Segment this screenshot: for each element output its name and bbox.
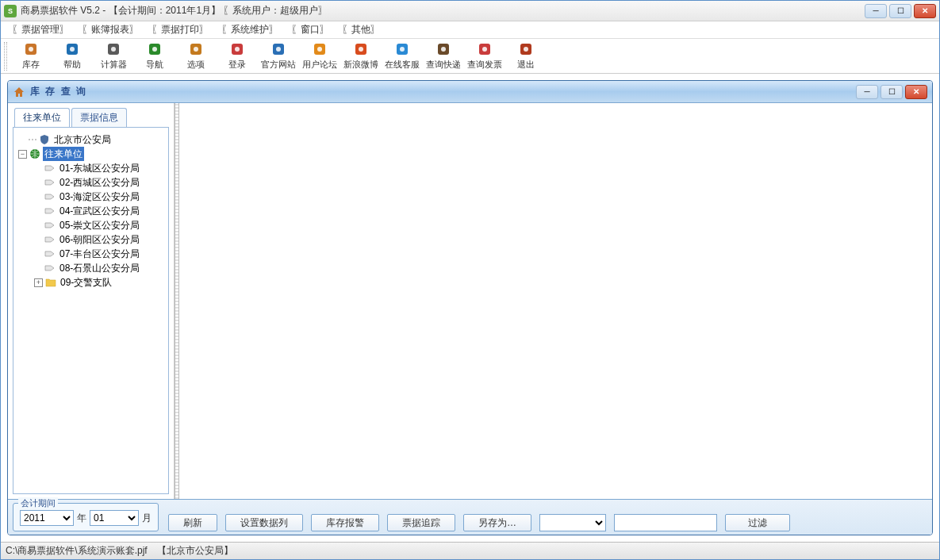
status-bar: C:\商易票据软件\系统演示账套.pjf 【北京市公安局】 [1,542,939,559]
tree-folder[interactable]: + 09-交警支队 [15,275,167,290]
toolbar: 库存帮助计算器导航选项登录官方网站用户论坛新浪微博在线客服查询快递查询发票退出 [1,39,939,74]
menu-bill-print[interactable]: 〖票据打印〗 [145,21,215,38]
tab-units[interactable]: 往来单位 [14,108,70,127]
svg-point-7 [152,47,157,52]
svg-point-13 [276,47,281,52]
tree-item[interactable]: 06-朝阳区公安分局 [15,232,167,247]
main-close-button[interactable]: ✕ [914,4,936,18]
tool-help[interactable]: 帮助 [52,40,93,72]
expand-icon[interactable]: + [34,278,43,287]
refresh-button[interactable]: 刷新 [168,514,217,531]
status-org: 【北京市公安局】 [157,544,233,558]
year-unit: 年 [77,512,86,525]
menu-window[interactable]: 〖窗口〗 [285,21,336,38]
unit-tree[interactable]: ⋯ 北京市公安局 − 往来单位 [13,127,169,494]
tree-item[interactable]: 03-海淀区公安分局 [15,190,167,204]
tool-qq[interactable]: 在线客服 [382,40,423,72]
tree-item[interactable]: 05-崇文区公安分局 [15,218,167,232]
tool-label: 新浪微博 [343,59,378,71]
tool-home[interactable]: 库存 [10,40,52,72]
sidebar-tabs: 往来单位 票据信息 [14,108,174,127]
tool-label: 查询发票 [467,59,502,71]
tree-root[interactable]: ⋯ 北京市公安局 [15,132,167,147]
login-icon [229,41,245,57]
tree-item[interactable]: 04-宣武区公安分局 [15,204,167,218]
main-minimize-button[interactable]: ─ [865,4,887,18]
year-select[interactable]: 2011 [20,510,74,526]
inner-title: 库 存 查 询 [30,85,856,98]
menu-bill-manage[interactable]: 〖票据管理〗 [6,21,75,38]
tool-weibo[interactable]: 新浪微博 [340,40,382,72]
filter-field-select[interactable] [539,514,606,531]
menu-other[interactable]: 〖其他〗 [336,21,386,38]
month-select[interactable]: 01 [90,510,139,526]
tree-item-label: 03-海淀区公安分局 [58,190,141,204]
tool-label: 用户论坛 [302,59,337,71]
tag-icon [44,205,56,217]
tool-label: 在线客服 [385,59,420,71]
main-maximize-button[interactable]: ☐ [889,4,911,18]
columns-button[interactable]: 设置数据列 [225,514,303,531]
svg-point-21 [441,47,446,52]
tree-group-label: 往来单位 [43,147,84,161]
web-icon [270,41,286,57]
tool-calc[interactable]: 计算器 [93,40,134,72]
tag-icon [44,163,56,174]
menu-system-maint[interactable]: 〖系统维护〗 [215,21,285,38]
tool-label: 查询快递 [426,59,461,71]
tree-item-label: 04-宣武区公安分局 [58,204,141,218]
tool-web[interactable]: 官方网站 [258,40,299,72]
tree-item[interactable]: 07-丰台区公安分局 [15,247,167,261]
tool-label: 退出 [517,59,535,71]
inner-maximize-button[interactable]: ☐ [881,85,903,99]
mdi-client: 库 存 查 询 ─ ☐ ✕ 往来单位 票据信息 [1,74,939,542]
tree-item[interactable]: 01-东城区公安分局 [15,161,167,175]
tool-invoice[interactable]: 查询发票 [464,40,505,72]
tree-item[interactable]: 02-西城区公安分局 [15,175,167,190]
tool-label: 库存 [22,59,40,71]
tool-nav[interactable]: 导航 [134,40,175,72]
tree-group[interactable]: − 往来单位 [15,147,167,161]
invoice-icon [477,41,493,57]
tool-label: 官方网站 [261,59,296,71]
tag-icon [44,248,56,259]
content-area [179,103,932,499]
tree-item[interactable]: 08-石景山公安分局 [15,261,167,275]
tree-item-label: 07-丰台区公安分局 [58,247,141,261]
options-icon [188,41,204,57]
svg-point-15 [317,47,322,52]
tag-icon [44,177,56,188]
menu-bar: 〖票据管理〗 〖账簿报表〗 〖票据打印〗 〖系统维护〗 〖窗口〗 〖其他〗 [1,21,939,39]
tree-folder-label: 09-交警支队 [59,275,113,290]
filter-text-input[interactable] [614,514,717,531]
svg-point-11 [235,47,240,52]
tab-bill-info[interactable]: 票据信息 [71,108,127,127]
tool-login[interactable]: 登录 [217,40,258,72]
tree-item-label: 08-石景山公安分局 [58,261,141,275]
menu-ledger-report[interactable]: 〖账簿报表〗 [75,21,145,38]
globe-icon [29,148,41,159]
tool-options[interactable]: 选项 [175,40,217,72]
collapse-icon[interactable]: − [18,150,27,159]
period-legend: 会计期间 [18,497,58,509]
tree-root-label: 北京市公安局 [52,132,113,147]
tool-label: 导航 [146,59,163,71]
svg-point-5 [111,47,116,52]
weibo-icon [353,41,369,57]
report-button[interactable]: 库存报警 [311,514,379,531]
tool-label: 帮助 [63,59,81,71]
tool-express[interactable]: 查询快递 [423,40,464,72]
forum-icon [312,41,328,57]
inventory-query-window: 库 存 查 询 ─ ☐ ✕ 往来单位 票据信息 [7,80,933,535]
inner-footer: 会计期间 2011 年 01 月 刷新 设置数据列 [8,499,932,535]
main-titlebar: S 商易票据软件 V5.2 - 【会计期间：2011年1月】 〖系统用户：超级用… [1,1,939,21]
tree-item-label: 05-崇文区公安分局 [58,218,141,232]
tool-exit[interactable]: 退出 [505,40,547,72]
tool-forum[interactable]: 用户论坛 [299,40,340,72]
filter-button[interactable]: 过滤 [725,514,790,531]
saveas-button[interactable]: 另存为… [463,514,531,531]
svg-point-1 [29,47,33,52]
inner-close-button[interactable]: ✕ [905,85,927,99]
inner-minimize-button[interactable]: ─ [856,85,878,99]
trace-button[interactable]: 票据追踪 [387,514,455,531]
